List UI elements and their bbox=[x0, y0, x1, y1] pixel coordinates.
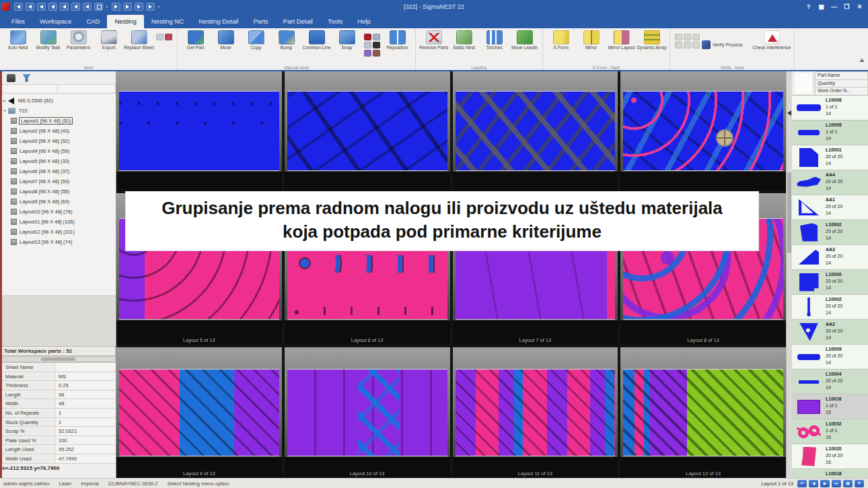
layout-thumbnail-2[interactable] bbox=[285, 71, 450, 190]
part-row-AA2[interactable]: AA220 of 2014 bbox=[792, 320, 868, 345]
layout-switch-button[interactable]: ▣ bbox=[816, 2, 827, 11]
machine-icon[interactable] bbox=[7, 74, 15, 82]
reposition-button[interactable]: Reposition bbox=[382, 30, 412, 50]
tab-files[interactable]: Files bbox=[4, 15, 32, 28]
nav-prev-button[interactable]: ◀ bbox=[809, 480, 818, 487]
tree-horizontal-scrollbar[interactable] bbox=[0, 356, 116, 362]
close-button[interactable]: ✕ bbox=[854, 2, 865, 11]
check-interference-button[interactable]: Check interference bbox=[752, 30, 791, 50]
tree-layout-2[interactable]: Layout2 [96 X 48] (43) bbox=[1, 126, 116, 136]
part-row-L10002b[interactable]: L1000220 of 2014 bbox=[792, 295, 868, 320]
mirror-button[interactable]: Mirror bbox=[576, 30, 606, 50]
tree-layout-1[interactable]: Layout1 [96 X 48] (52) bbox=[1, 116, 116, 126]
restore-button[interactable]: ❐ bbox=[841, 2, 853, 11]
part-row-L10001[interactable]: L1000120 of 2014 bbox=[792, 145, 868, 170]
qa-dropdown-caret[interactable] bbox=[157, 3, 161, 11]
parts-filter-box[interactable] bbox=[795, 73, 813, 94]
qa-run-icon-4[interactable] bbox=[146, 3, 155, 11]
globe-icon[interactable] bbox=[373, 42, 380, 48]
ribbon-collapse-caret[interactable] bbox=[859, 59, 865, 62]
tab-part-detail[interactable]: Part Detail bbox=[276, 15, 320, 28]
paste-sheet-icon[interactable] bbox=[156, 34, 164, 40]
part-row-L10016[interactable]: L100161 of 115 bbox=[792, 394, 868, 419]
dynamic-array-button[interactable]: Dynamic Array bbox=[637, 30, 667, 50]
help-button[interactable]: ? bbox=[803, 2, 814, 11]
copy-button[interactable]: Copy bbox=[241, 30, 271, 50]
tree-task-folder[interactable]: ▾ T22 bbox=[1, 106, 116, 116]
tree-layout-7[interactable]: Layout7 [96 X 48] (53) bbox=[1, 176, 116, 186]
tree-layout-8[interactable]: Layout8 [96 X 48] (55) bbox=[1, 186, 116, 197]
tab-workspace[interactable]: Workspace bbox=[32, 15, 79, 28]
part-row-L10005[interactable]: L100051 of 114 bbox=[792, 120, 868, 145]
camera-icon[interactable] bbox=[364, 42, 371, 48]
layout-thumbnail-11[interactable]: Layout 11 of 13 bbox=[453, 347, 618, 478]
angle-icon[interactable] bbox=[675, 34, 682, 40]
verify-process-button[interactable]: Verify Process bbox=[702, 40, 743, 49]
tab-parts[interactable]: Parts bbox=[246, 15, 275, 28]
export-button[interactable]: Export bbox=[94, 30, 124, 50]
part-row-L10018[interactable]: L10018 bbox=[792, 469, 868, 478]
undo-icon[interactable] bbox=[373, 50, 380, 57]
tab-help[interactable]: Help bbox=[350, 15, 378, 28]
xform-button[interactable]: X-Form bbox=[546, 30, 576, 50]
qa-nest-icon-5[interactable] bbox=[60, 3, 69, 11]
get-part-button[interactable]: Get Part bbox=[180, 30, 211, 50]
minimize-button[interactable]: — bbox=[828, 2, 840, 11]
common-line-button[interactable]: Common Line bbox=[301, 30, 332, 50]
qa-nest-icon-1[interactable] bbox=[14, 3, 23, 11]
qa-stop-icon[interactable] bbox=[94, 3, 103, 11]
move-leadin-button[interactable]: Move Leadin bbox=[509, 30, 540, 50]
tab-tools[interactable]: Tools bbox=[320, 15, 350, 28]
tab-nesting[interactable]: Nesting bbox=[107, 15, 143, 28]
qa-nest-icon-2[interactable] bbox=[26, 3, 34, 11]
column-header-quantity[interactable]: Quantity bbox=[815, 79, 868, 88]
part-row-L10008[interactable]: L100081 of 114 bbox=[792, 96, 868, 120]
photo-icon[interactable] bbox=[373, 34, 380, 40]
layout-thumbnail-12[interactable]: Layout 12 of 13 bbox=[620, 347, 786, 478]
tree-root-material[interactable]: ▸ MS 0.2500 (52) bbox=[1, 96, 116, 106]
qa-nest-icon-6[interactable] bbox=[71, 3, 80, 11]
remove-parts-button[interactable]: Remove Parts bbox=[419, 30, 449, 50]
replace-sheet-button[interactable]: Replace Sheet bbox=[124, 30, 154, 50]
tree-layout-12[interactable]: Layout12 [96 X 48] (311) bbox=[1, 227, 116, 237]
layout-thumbnail-1[interactable] bbox=[116, 71, 282, 190]
panel-collapse-arrow-icon[interactable] bbox=[787, 110, 791, 116]
filter-icon[interactable] bbox=[22, 74, 31, 82]
part-row-L10020[interactable]: L1002020 of 2016 bbox=[792, 444, 868, 469]
move-button[interactable]: Move bbox=[211, 30, 241, 50]
app-icon[interactable] bbox=[2, 3, 10, 11]
tree-layout-3[interactable]: Layout3 [96 X 48] (52) bbox=[1, 136, 116, 146]
tree-layout-5[interactable]: Layout5 [96 X 48] (33) bbox=[1, 156, 116, 166]
layout-thumbnail-4[interactable] bbox=[620, 71, 786, 190]
height-icon[interactable] bbox=[684, 42, 691, 48]
qa-nest-icon-3[interactable] bbox=[37, 3, 46, 11]
tab-nesting-nc[interactable]: Nesting NC bbox=[144, 15, 192, 28]
tree-layout-11[interactable]: Layout11 [96 X 48] (105) bbox=[1, 217, 116, 227]
static-nest-button[interactable]: Static Nest bbox=[449, 30, 479, 50]
tree-layout-13[interactable]: Layout13 [96 X 48] (74) bbox=[1, 237, 116, 247]
qa-nest-icon-4[interactable] bbox=[48, 3, 57, 11]
area-icon[interactable] bbox=[692, 42, 700, 48]
qa-run-icon-2[interactable] bbox=[123, 3, 132, 11]
mirror-layout-button[interactable]: Mirror Layout bbox=[606, 30, 637, 50]
modify-task-button[interactable]: Modify Task bbox=[33, 30, 63, 50]
tree-layout-10[interactable]: Layout10 [96 X 48] (78) bbox=[1, 207, 116, 217]
part-row-L10000[interactable]: L1000020 of 2014 bbox=[792, 270, 868, 295]
nav-more-button[interactable]: ▼ bbox=[855, 480, 864, 487]
qa-run-icon-1[interactable] bbox=[112, 3, 120, 11]
torches-button[interactable]: Torches bbox=[479, 30, 509, 50]
part-row-L10004[interactable]: L1000420 of 2014 bbox=[792, 370, 868, 394]
parameters-button[interactable]: Parameters bbox=[63, 30, 94, 50]
auto-nest-button[interactable]: Auto Nest bbox=[3, 30, 33, 50]
tree-layout-4[interactable]: Layout4 [96 X 48] (59) bbox=[1, 146, 116, 156]
slope-icon[interactable] bbox=[675, 42, 682, 48]
tree-layout-6[interactable]: Layout6 [96 X 48] (37) bbox=[1, 166, 116, 176]
tab-cad[interactable]: CAD bbox=[79, 15, 107, 28]
canvas-vertical-scrollbar[interactable] bbox=[786, 71, 792, 478]
nav-grid-button[interactable]: ▦ bbox=[843, 480, 853, 487]
part-row-AA4[interactable]: AA420 of 2014 bbox=[792, 170, 868, 195]
span-measure-icon[interactable] bbox=[692, 34, 700, 40]
qa-run-icon-3[interactable] bbox=[135, 3, 143, 11]
part-row-L10002[interactable]: L1000220 of 2014 bbox=[792, 220, 868, 245]
snap-button[interactable]: Snap bbox=[332, 30, 362, 50]
